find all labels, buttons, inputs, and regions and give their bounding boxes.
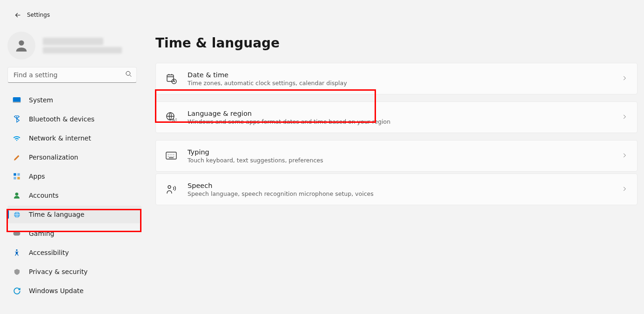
sidebar: System Bluetooth & devices Network & int… [0,30,146,301]
chevron-right-icon [621,113,628,122]
svg-point-11 [16,249,17,251]
card-title: Date & time [188,71,621,79]
sidebar-item-windows-update[interactable]: Windows Update [7,282,141,300]
sidebar-item-privacy[interactable]: Privacy & security [7,263,141,281]
arrow-left-icon [14,11,22,19]
sidebar-item-label: Privacy & security [29,268,87,275]
settings-cards: Date & time Time zones, automatic clock … [155,63,637,205]
card-title: Typing [188,148,621,156]
card-language-region[interactable]: A字 Language & region Windows and some ap… [155,101,637,133]
sidebar-item-label: Accounts [29,192,59,199]
svg-rect-4 [13,173,16,175]
person-icon [13,38,29,53]
sidebar-item-label: Network & internet [29,134,91,142]
search-input[interactable] [7,67,137,83]
chevron-right-icon [621,185,628,194]
card-subtitle: Windows and some apps format dates and t… [188,118,621,125]
main-content: Time & language Date & time Time zones, … [146,30,644,301]
gamepad-icon [12,229,21,238]
card-title: Speech [188,182,621,189]
sidebar-item-system[interactable]: System [7,91,141,109]
profile-name-redacted [43,38,103,45]
bluetooth-icon [12,114,21,124]
display-icon [12,95,21,105]
calendar-clock-icon [165,73,177,85]
wifi-icon [12,134,21,143]
apps-icon [12,172,21,181]
svg-point-17 [168,186,171,188]
svg-rect-10 [13,232,20,236]
sidebar-item-personalization[interactable]: Personalization [7,148,141,166]
update-icon [12,286,21,295]
svg-text:A字: A字 [172,118,177,123]
card-subtitle: Touch keyboard, text suggestions, prefer… [188,157,621,164]
sidebar-item-time-language[interactable]: Time & language [7,206,141,223]
sidebar-item-gaming[interactable]: Gaming [7,225,141,242]
svg-rect-7 [17,177,20,179]
speech-icon [165,183,177,195]
account-icon [12,191,21,200]
search-box[interactable] [7,67,137,83]
globe-language-icon: A字 [165,111,177,123]
sidebar-item-bluetooth[interactable]: Bluetooth & devices [7,110,141,128]
svg-point-1 [126,71,130,75]
card-speech[interactable]: Speech Speech language, speech recogniti… [155,174,637,205]
card-date-time[interactable]: Date & time Time zones, automatic clock … [155,63,637,94]
sidebar-item-apps[interactable]: Apps [7,167,141,185]
search-icon [125,71,132,80]
paintbrush-icon [12,153,21,162]
card-subtitle: Speech language, speech recognition micr… [188,190,621,197]
svg-point-0 [19,40,24,46]
globe-clock-icon [12,210,21,219]
keyboard-icon [165,150,177,162]
sidebar-item-label: Accessibility [29,249,69,256]
sidebar-item-label: Personalization [29,154,78,161]
sidebar-item-network[interactable]: Network & internet [7,129,141,147]
profile-email-redacted [43,47,122,53]
sidebar-item-accounts[interactable]: Accounts [7,187,141,204]
sidebar-item-label: Gaming [29,230,54,237]
sidebar-item-label: Time & language [29,211,84,218]
svg-point-8 [15,193,19,196]
svg-rect-2 [13,97,21,102]
card-typing[interactable]: Typing Touch keyboard, text suggestions,… [155,140,637,172]
svg-rect-3 [13,102,21,103]
profile-text [43,38,122,53]
accessibility-icon [12,248,21,257]
avatar [7,32,35,60]
sidebar-item-label: Apps [29,173,45,180]
svg-rect-6 [13,177,16,179]
card-subtitle: Time zones, automatic clock settings, ca… [188,80,621,87]
app-title: Settings [27,12,50,18]
chevron-right-icon [621,152,628,160]
sidebar-nav: System Bluetooth & devices Network & int… [7,91,141,300]
sidebar-item-label: System [29,96,53,104]
profile-block[interactable] [7,30,146,67]
svg-rect-16 [166,152,176,159]
svg-rect-5 [17,173,20,175]
sidebar-item-accessibility[interactable]: Accessibility [7,244,141,261]
page-title: Time & language [155,35,637,51]
card-title: Language & region [188,110,621,117]
svg-rect-12 [167,75,174,81]
window-header: Settings [0,0,644,30]
shield-icon [12,267,21,276]
sidebar-item-label: Bluetooth & devices [29,115,94,123]
back-button[interactable] [9,7,26,23]
chevron-right-icon [621,74,628,83]
sidebar-item-label: Windows Update [29,287,84,294]
